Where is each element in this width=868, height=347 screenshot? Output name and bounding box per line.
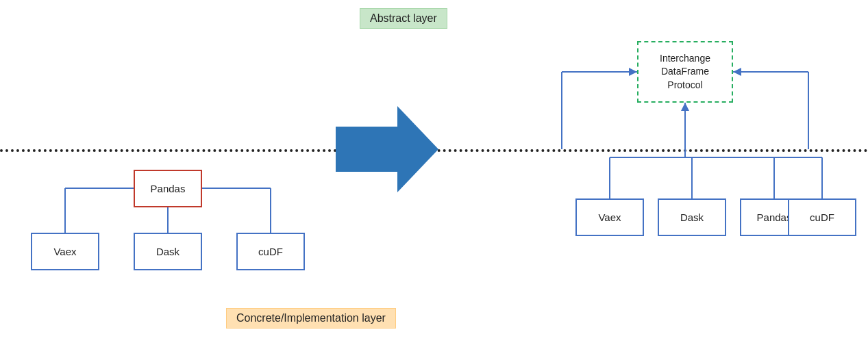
connectors-svg: [0, 0, 868, 347]
left-cudf-box: cuDF: [236, 233, 305, 270]
svg-marker-18: [681, 103, 689, 111]
right-dask-box: Dask: [658, 198, 726, 236]
diagram: Abstract layer Concrete/Implementation l…: [0, 0, 868, 347]
left-dask-box: Dask: [134, 233, 202, 270]
right-vaex-box: Vaex: [575, 198, 644, 236]
svg-marker-14: [629, 68, 637, 76]
svg-marker-17: [733, 68, 741, 76]
left-vaex-box: Vaex: [31, 233, 99, 270]
concrete-layer-label: Concrete/Implementation layer: [226, 308, 396, 329]
right-cudf-box: cuDF: [788, 198, 856, 236]
divider-line: [0, 149, 868, 152]
idp-box: InterchangeDataFrameProtocol: [637, 41, 733, 103]
left-pandas-box: Pandas: [134, 170, 202, 207]
abstract-layer-label: Abstract layer: [360, 8, 447, 29]
